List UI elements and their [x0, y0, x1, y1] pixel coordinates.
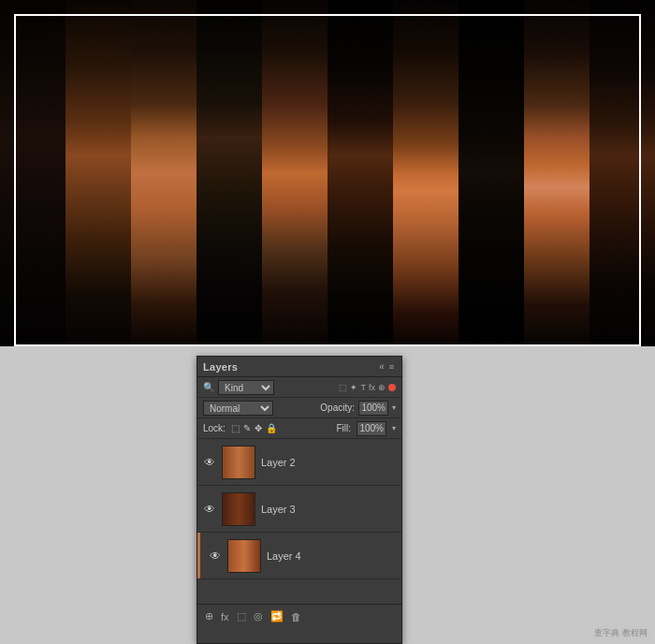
- panel-menu-icon[interactable]: ≡: [387, 361, 396, 373]
- strip-7: [393, 0, 458, 346]
- type-filter-icon[interactable]: T: [360, 383, 366, 392]
- watermark-line1: 查字典: [594, 628, 619, 637]
- strip-4: [196, 0, 262, 346]
- layer-4-active-indicator: [197, 533, 200, 578]
- kind-select[interactable]: Kind: [218, 380, 274, 395]
- face-image: [0, 0, 655, 346]
- lock-icons: ⬚ ✎ ✥ 🔒: [231, 423, 277, 433]
- fill-chevron-icon: ▾: [392, 424, 396, 432]
- layers-list[interactable]: 👁 Layer 2 👁 Layer 3 👁 Layer 4: [197, 439, 401, 604]
- opacity-input[interactable]: [358, 401, 388, 416]
- layer-item-3[interactable]: 👁 Layer 3: [197, 486, 401, 533]
- layer-3-thumbnail: [222, 492, 255, 526]
- shape-filter-icon[interactable]: fx: [369, 383, 375, 392]
- layer-2-name: Layer 2: [261, 457, 296, 468]
- layers-panel: Layers « ≡ 🔍 Kind ⬚ ✦ T fx ⊕ Normal Mult…: [196, 356, 402, 644]
- kind-icons: ⬚ ✦ T fx ⊕: [339, 383, 396, 392]
- panel-title: Layers: [203, 361, 238, 373]
- delete-icon[interactable]: 🗑: [291, 611, 301, 622]
- strip-1: [0, 0, 66, 346]
- strip-10: [590, 0, 655, 346]
- fill-label: Fill:: [336, 423, 351, 433]
- fill-input[interactable]: [357, 421, 386, 436]
- lock-label: Lock:: [203, 423, 226, 433]
- strip-3: [131, 0, 196, 346]
- opacity-label: Opacity:: [320, 402, 355, 413]
- lock-all-icon[interactable]: 🔒: [266, 423, 277, 433]
- adjustment-filter-icon[interactable]: ✦: [350, 383, 357, 392]
- strip-8: [458, 0, 524, 346]
- canvas-area: [0, 0, 655, 346]
- lock-row: Lock: ⬚ ✎ ✥ 🔒 Fill: ▾: [197, 418, 401, 439]
- smart-filter-icon[interactable]: ⊕: [378, 383, 386, 392]
- mask-icon[interactable]: ⬚: [237, 610, 246, 622]
- panel-footer: ⊕ fx ⬚ ◎ 🔁 🗑: [197, 604, 401, 628]
- strip-2: [66, 0, 131, 346]
- link-layers-icon[interactable]: ⊕: [205, 610, 213, 622]
- blend-mode-select[interactable]: Normal Multiply Screen Overlay: [203, 401, 273, 416]
- strips-container: [0, 0, 655, 346]
- pixel-filter-icon[interactable]: ⬚: [339, 383, 347, 392]
- layer-item-2[interactable]: 👁 Layer 2: [197, 439, 401, 486]
- search-icon: 🔍: [203, 382, 214, 392]
- fx-icon[interactable]: fx: [221, 611, 229, 622]
- panel-controls: « ≡: [379, 361, 396, 373]
- lock-pixels-icon[interactable]: ⬚: [231, 423, 240, 433]
- kind-row: 🔍 Kind ⬚ ✦ T fx ⊕: [197, 377, 401, 398]
- lock-move-icon[interactable]: ✥: [255, 423, 262, 433]
- collapse-icon[interactable]: «: [379, 361, 385, 372]
- strip-6: [328, 0, 393, 346]
- panel-header: Layers « ≡: [197, 357, 401, 377]
- layer-3-eye-icon[interactable]: 👁: [203, 503, 216, 516]
- layer-4-thumbnail: [227, 539, 261, 573]
- opacity-chevron-icon: ▾: [392, 403, 396, 412]
- layer-item-4[interactable]: 👁 Layer 4: [197, 533, 401, 579]
- layer-4-eye-icon[interactable]: 👁: [209, 549, 222, 563]
- layer-4-name: Layer 4: [267, 550, 301, 562]
- active-dot: [388, 384, 396, 391]
- layer-2-thumbnail: [222, 446, 255, 479]
- watermark-line2: 教程网: [622, 628, 648, 637]
- strip-9: [524, 0, 590, 346]
- adjustment-icon[interactable]: ◎: [254, 610, 263, 622]
- layer-3-name: Layer 3: [261, 504, 296, 515]
- watermark: 查字典 教程网: [590, 626, 651, 640]
- blend-row: Normal Multiply Screen Overlay Opacity: …: [197, 398, 401, 418]
- layer-2-eye-icon[interactable]: 👁: [203, 456, 216, 469]
- strip-5: [262, 0, 328, 346]
- group-icon[interactable]: 🔁: [270, 610, 284, 622]
- lock-paint-icon[interactable]: ✎: [243, 423, 251, 433]
